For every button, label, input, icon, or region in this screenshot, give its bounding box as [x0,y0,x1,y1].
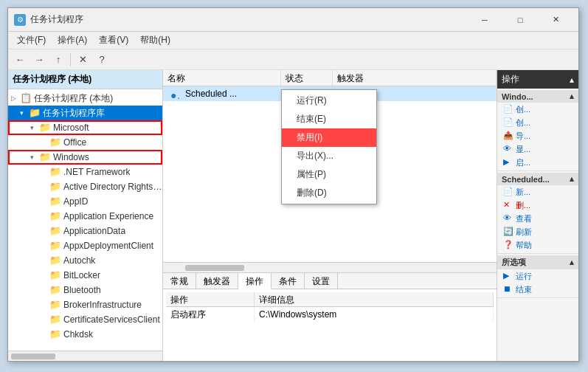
tree-item-appexp[interactable]: 📁 Application Experience [8,209,162,224]
tree-label: .NET Framework [63,167,130,177]
tab-trigger[interactable]: 触发器 [196,273,238,289]
right-section-selected: 所选项 ▴ ▶ 运行 ⏹ 结束 [497,254,578,298]
tree-item-dotnet[interactable]: 📁 .NET Framework [8,165,162,179]
tree-hscrollbar[interactable] [8,351,162,361]
action-label: 结束 [516,284,532,295]
help-button[interactable]: ? [93,52,111,68]
folder-icon: 📁 [29,107,41,119]
right-panel: 操作 ▴ Windo... ▴ 📄 创... 📄 创... 📤 [497,70,578,361]
action-delete-red[interactable]: ✕ 删... [497,199,578,212]
up-button[interactable]: ↑ [49,52,67,68]
tree-item-root[interactable]: ▷ 📋 任务计划程序 (本地) [8,91,162,106]
action-view[interactable]: 👁 查看 [497,212,578,225]
tree-label: CertificateServicesClient [63,314,160,325]
action-refresh[interactable]: 🔄 刷新 [497,225,578,238]
detail-tabs: 常规 触发器 操作 条件 设置 [163,273,497,289]
action-end[interactable]: ⏹ 结束 [497,283,578,296]
tree-header: 任务计划程序 (本地) [8,70,162,89]
forward-button[interactable]: → [30,52,48,68]
tree-item-adright[interactable]: 📁 Active Directory Rights Manageme [8,179,162,194]
action-label: 显... [516,144,530,155]
folder-icon: 📋 [20,92,32,104]
folder-icon: 📁 [49,284,61,296]
tree-item-office[interactable]: 📁 Office [8,135,162,150]
task-icon: ● [166,88,181,100]
detail-row[interactable]: 启动程序 C:\Windows\system [166,307,494,322]
action-label: 导... [516,131,530,142]
tree-item-windows[interactable]: ▾ 📁 Windows [8,150,162,165]
arrow-icon: ▾ [30,154,39,161]
tree-item-bitlocker[interactable]: 📁 BitLocker [8,268,162,283]
tree-hscroll-thumb [11,354,55,359]
refresh-icon: 🔄 [503,227,513,237]
tree-item-library[interactable]: ▾ 📁 任务计划程序库 [8,106,162,120]
ctx-run[interactable]: 运行(R) [282,92,376,110]
tab-general[interactable]: 常规 [163,273,196,289]
ctx-export[interactable]: 导出(X)... [282,147,376,165]
tree-item-bluetooth[interactable]: 📁 Bluetooth [8,283,162,297]
folder-icon: 📁 [39,122,51,134]
tab-settings[interactable]: 设置 [305,273,338,289]
maximize-button[interactable]: □ [503,12,537,28]
col-trigger: 触发器 [333,70,497,86]
create-icon: 📄 [503,104,513,114]
ctx-end[interactable]: 结束(E) [282,110,376,128]
new-icon: 📄 [503,187,513,197]
close-button[interactable]: ✕ [539,12,573,28]
tree-content[interactable]: ▷ 📋 任务计划程序 (本地) ▾ 📁 任务计划程序库 ▾ 📁 Microsof… [8,89,162,351]
ctx-delete[interactable]: 删除(D) [282,184,376,202]
back-button[interactable]: ← [11,52,29,68]
tree-item-appid[interactable]: 📁 AppID [8,194,162,209]
tree-label: AppID [63,196,88,207]
tree-item-chkdsk[interactable]: 📁 Chkdsk [8,327,162,342]
action-show[interactable]: 👁 显... [497,142,578,156]
delete-icon: ✕ [503,200,513,210]
context-menu: 运行(R) 结束(E) 禁用(I) 导出(X)... 属性(P) 删除(D) [281,89,377,204]
ctx-disable[interactable]: 禁用(I) [282,128,376,147]
tree-label: ApplicationData [63,226,125,236]
folder-icon: 📁 [49,166,61,178]
action-new[interactable]: 📄 新... [497,185,578,199]
toolbar: ← → ↑ ✕ ? [8,49,578,70]
ctx-properties[interactable]: 属性(P) [282,165,376,184]
task-name: Scheduled ... [181,87,295,100]
show-icon: 👁 [503,144,513,154]
tree-item-appdata[interactable]: 📁 ApplicationData [8,224,162,238]
minimize-button[interactable]: ─ [468,12,502,28]
tree-label: Windows [53,152,89,162]
tree-item-autochk[interactable]: 📁 Autochk [8,253,162,268]
tree-item-brokerinfra[interactable]: 📁 BrokerInfrastructure [8,297,162,312]
action-run[interactable]: ▶ 运行 [497,269,578,283]
list-hscrollbar[interactable] [163,262,497,272]
tree-item-certservices[interactable]: 📁 CertificateServicesClient [8,312,162,327]
action-create2[interactable]: 📄 创... [497,116,578,129]
action-label: 启... [516,157,530,168]
action-start[interactable]: ▶ 启... [497,156,578,169]
menu-action[interactable]: 操作(A) [52,32,93,48]
detail-col-action: 操作 [166,292,255,306]
action-create1[interactable]: 📄 创... [497,103,578,116]
tree-label: Application Experience [63,211,153,221]
action-help[interactable]: ❓ 帮助 [497,238,578,252]
folder-icon: 📁 [49,269,61,281]
start-icon: ▶ [503,157,513,168]
menu-file[interactable]: 文件(F) [11,32,52,48]
arrow-icon: ▾ [30,124,39,131]
tree-label: 任务计划程序库 [43,107,105,120]
action-export[interactable]: 📤 导... [497,129,578,142]
tree-label: Autochk [63,255,95,266]
menu-help[interactable]: 帮助(H) [134,32,176,48]
tree-label: Chkdsk [63,329,93,340]
menu-view[interactable]: 查看(V) [93,32,134,48]
action-label: 运行 [516,271,532,282]
tree-label: Office [63,137,86,148]
window-title: 任务计划程序 [30,13,468,26]
tab-condition[interactable]: 条件 [271,273,305,289]
right-panel-expand[interactable]: ▴ [570,75,574,85]
tree-item-microsoft[interactable]: ▾ 📁 Microsoft [8,120,162,135]
tab-action[interactable]: 操作 [238,273,271,289]
end-icon: ⏹ [503,284,513,294]
action-label: 刷新 [516,227,532,238]
tree-item-appxdeploy[interactable]: 📁 AppxDeploymentClient [8,238,162,253]
delete-button[interactable]: ✕ [74,52,91,68]
